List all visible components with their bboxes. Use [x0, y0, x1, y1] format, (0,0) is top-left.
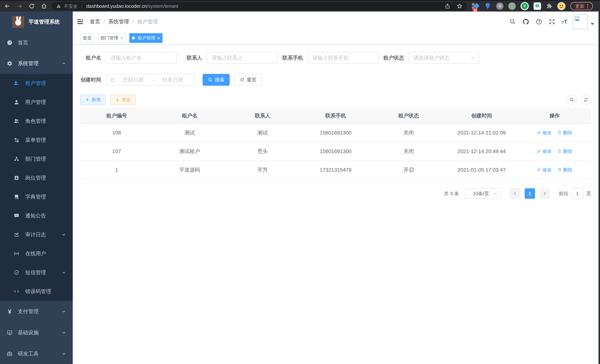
extension-blue-diamond-icon[interactable]: 10 [472, 2, 479, 10]
chevron-down-icon [470, 56, 475, 60]
sidebar-item-dict[interactable]: 字典管理 [0, 187, 73, 206]
phone-input[interactable]: 请输入联系手机 [308, 52, 379, 64]
sidebar-collapse-icon[interactable] [76, 18, 84, 25]
date-range-input[interactable]: 开始日期 - 结束日期 [106, 74, 195, 86]
sidebar-item-home[interactable]: 首页 [0, 32, 73, 53]
edit-link[interactable]: 修改 [537, 167, 552, 173]
forward-icon[interactable] [16, 3, 23, 9]
edit-link[interactable]: 修改 [537, 130, 552, 136]
page-1-button[interactable]: 1 [525, 188, 535, 199]
edit-link[interactable]: 修改 [537, 148, 552, 154]
sidebar-item-online-user[interactable]: 在线用户 [0, 244, 73, 263]
sidebar-item-label: 错误码管理 [25, 288, 51, 295]
trash-icon [558, 168, 562, 172]
tab-tenant[interactable]: 租户管理× [129, 33, 162, 43]
contact-input[interactable]: 请输入联系人 [207, 52, 278, 64]
next-page-button[interactable] [540, 188, 550, 199]
add-button[interactable]: 新增 [80, 95, 106, 105]
avatar-dropdown-caret-icon[interactable] [591, 23, 594, 25]
breadcrumb-home[interactable]: 首页 [90, 18, 100, 25]
tenant-name-label: 租户名 [80, 54, 101, 61]
tenant-table: 租户编号 租户名 联系人 联系手机 租户状态 创建时间 操作 108 测试 测试 [80, 108, 591, 179]
badge-icon [14, 175, 19, 181]
extension-cmd-icon[interactable]: ⌘ [496, 2, 504, 10]
help-icon[interactable] [536, 18, 542, 25]
export-button[interactable]: 导出 [110, 95, 136, 105]
refresh-table-button[interactable] [581, 95, 591, 105]
sidebar-item-menu[interactable]: 菜单管理 [0, 131, 73, 149]
breadcrumb: 首页 / 系统管理 / 租户管理 [90, 18, 158, 25]
close-icon[interactable]: × [120, 36, 123, 40]
tenant-name-input[interactable]: 请输入租户名 [106, 52, 177, 64]
status-select[interactable]: 请选择租户状态 [409, 52, 479, 64]
placeholder: 请输入联系人 [212, 54, 243, 61]
sidebar-item-role[interactable]: 角色管理 [0, 112, 73, 131]
sidebar-item-sms[interactable]: 短信管理 [0, 263, 73, 282]
close-icon[interactable]: × [157, 36, 160, 40]
prev-page-button[interactable] [510, 188, 520, 199]
address-bar[interactable]: 不安全 dashboard.yudao.iocoder.cn/system/te… [52, 2, 467, 10]
browser-menu-icon[interactable] [587, 4, 588, 8]
page-size-select[interactable]: 10条/页 [465, 188, 501, 199]
omnibox-divider [82, 3, 82, 9]
sidebar-item-post[interactable]: 岗位管理 [0, 168, 73, 187]
sidebar-item-tenant[interactable]: 租户管理 [0, 74, 73, 93]
sidebar-item-label: 系统管理 [18, 60, 38, 67]
main-area: 首页 / 系统管理 / 租户管理 TT 首页 部门管理× 租户管理× [73, 11, 599, 364]
page-unit-label: 页 [586, 190, 591, 197]
show-search-toggle-button[interactable] [567, 95, 577, 105]
table-row: 107 测试租户 秃头 15601691300 关闭 2021-12-14 20… [80, 142, 591, 161]
sidebar-item-label: 在线用户 [25, 250, 46, 257]
reset-button[interactable]: 重置 [234, 74, 262, 86]
toolbox-icon [7, 351, 13, 357]
bookmark-star-icon[interactable] [456, 3, 463, 9]
app-logo[interactable]: 芋道管理系统 [0, 11, 73, 32]
avatar[interactable] [573, 14, 588, 29]
github-icon[interactable] [522, 18, 529, 25]
delete-link[interactable]: 删除 [558, 130, 572, 136]
sidebar-item-error-code[interactable]: 错误码管理 [0, 282, 73, 301]
delete-link[interactable]: 删除 [558, 167, 572, 173]
font-size-icon[interactable]: TT [562, 19, 567, 25]
end-date-placeholder: 结束日期 [154, 76, 191, 83]
chevron-down-icon [62, 233, 66, 237]
delete-link[interactable]: 删除 [558, 148, 572, 154]
extension-green-dot-icon[interactable] [508, 2, 516, 10]
extension-balloon-icon[interactable] [484, 2, 491, 10]
sidebar-item-notice[interactable]: 通知公告 [0, 206, 73, 225]
sidebar: 芋道管理系统 首页 系统管理 租户管理 用户管理 角色管理 [0, 11, 73, 364]
url-path[interactable]: /system/tenant [147, 3, 178, 9]
breadcrumb-system[interactable]: 系统管理 [108, 18, 129, 25]
sidebar-item-user[interactable]: 用户管理 [0, 93, 73, 112]
extensions-puzzle-icon[interactable] [546, 3, 553, 9]
edit-icon [537, 149, 541, 153]
extension-emoji-icon[interactable] [557, 2, 565, 10]
not-secure-label[interactable]: 不安全 [64, 3, 78, 9]
tab-home[interactable]: 首页 [80, 33, 94, 43]
header-search-icon[interactable] [509, 18, 516, 25]
sidebar-item-pay[interactable]: ¥ 支付管理 [0, 301, 73, 322]
fullscreen-icon[interactable] [549, 18, 555, 25]
col-phone: 联系手机 [299, 108, 372, 123]
sidebar-item-label: 租户管理 [25, 80, 46, 87]
button-label: 搜索 [215, 77, 225, 83]
browser-update-button[interactable]: 更新 [570, 2, 593, 10]
url-host[interactable]: dashboard.yudao.iocoder.cn [86, 3, 147, 9]
app-title: 芋道管理系统 [28, 18, 60, 25]
back-icon[interactable] [4, 3, 10, 9]
sidebar-item-dept[interactable]: 部门管理 [0, 149, 73, 168]
extension-y-icon[interactable]: Y [521, 2, 529, 10]
search-button[interactable]: 搜索 [203, 74, 230, 86]
tab-dept[interactable]: 部门管理× [98, 33, 126, 43]
sidebar-item-infra[interactable]: 基础设施 [0, 322, 73, 343]
share-icon[interactable] [445, 3, 450, 9]
table-header-row: 租户编号 租户名 联系人 联系手机 租户状态 创建时间 操作 [80, 108, 591, 123]
sidebar-item-audit-log[interactable]: 审计日志 [0, 225, 73, 244]
menu-tree-icon [14, 137, 19, 143]
reload-icon[interactable] [28, 3, 35, 9]
home-icon[interactable] [41, 3, 47, 9]
sidebar-item-system[interactable]: 系统管理 [0, 53, 73, 74]
sidebar-item-dev-tools[interactable]: 研发工具 [0, 343, 73, 364]
goto-page-input[interactable]: 1 [572, 188, 583, 199]
extension-chat-icon[interactable] [534, 2, 541, 10]
